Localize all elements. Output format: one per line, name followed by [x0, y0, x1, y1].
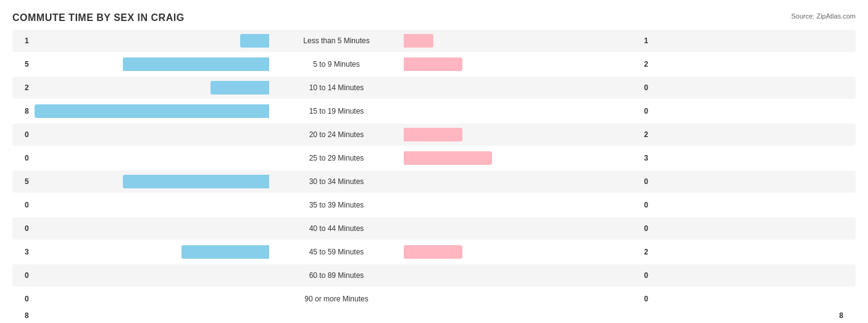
male-bar: [123, 57, 270, 71]
left-section: 5: [12, 170, 272, 193]
female-value: 3: [644, 154, 648, 162]
female-value: 2: [644, 60, 648, 69]
female-bar: [404, 245, 462, 259]
male-bar: [123, 175, 270, 188]
male-value: 3: [25, 248, 29, 256]
male-bar: [240, 34, 270, 48]
left-section: 0: [12, 264, 272, 287]
right-section: 0: [401, 217, 661, 240]
left-section: 0: [12, 194, 272, 216]
male-bar: [182, 245, 270, 259]
male-value: 1: [25, 36, 29, 45]
left-section: 0: [12, 147, 272, 169]
right-section: 0: [401, 170, 661, 193]
male-value: 0: [25, 271, 29, 280]
male-value: 8: [25, 107, 29, 115]
chart-title: COMMUTE TIME BY SEX IN CRAIG: [12, 12, 856, 23]
left-section: 0: [12, 124, 272, 146]
male-value: 0: [25, 224, 29, 233]
axis-labels: 8 8: [12, 311, 856, 320]
right-section: 0: [401, 264, 661, 287]
male-value: 0: [25, 154, 29, 162]
male-value: 0: [25, 201, 29, 209]
female-value: 0: [644, 271, 648, 280]
female-value: 1: [644, 36, 648, 45]
left-section: 1: [12, 30, 272, 52]
female-value: 0: [644, 177, 648, 186]
female-bar: [404, 151, 492, 165]
left-section: 3: [12, 241, 272, 263]
axis-left: 8: [25, 311, 29, 320]
left-section: 8: [12, 100, 272, 122]
row-label: 90 or more Minutes: [272, 295, 401, 303]
chart-row: 8 15 to 19 Minutes 0: [12, 100, 856, 122]
right-section: 0: [401, 100, 661, 122]
chart-row: 2 10 to 14 Minutes 0: [12, 77, 856, 99]
female-bar: [404, 128, 462, 141]
left-section: 5: [12, 53, 272, 75]
male-value: 5: [25, 60, 29, 69]
row-label: 60 to 89 Minutes: [272, 271, 401, 280]
male-value: 0: [25, 130, 29, 139]
right-section: 0: [401, 288, 661, 310]
chart-area: 1 Less than 5 Minutes 1 5 5 to 9 Minutes…: [12, 30, 856, 310]
female-value: 0: [644, 295, 648, 303]
female-bar: [404, 57, 462, 71]
right-section: 3: [401, 147, 661, 169]
right-section: 2: [401, 53, 661, 75]
female-value: 0: [644, 224, 648, 233]
male-value: 0: [25, 295, 29, 303]
chart-row: 0 35 to 39 Minutes 0: [12, 194, 856, 216]
left-section: 0: [12, 217, 272, 240]
female-value: 0: [644, 83, 648, 92]
chart-row: 0 90 or more Minutes 0: [12, 288, 856, 310]
chart-row: 0 25 to 29 Minutes 3: [12, 147, 856, 169]
male-bar: [211, 81, 269, 94]
male-value: 2: [25, 83, 29, 92]
chart-row: 0 20 to 24 Minutes 2: [12, 124, 856, 146]
left-section: 2: [12, 77, 272, 99]
axis-right: 8: [839, 311, 843, 320]
male-bar: [35, 104, 269, 118]
row-label: Less than 5 Minutes: [272, 36, 401, 45]
chart-row: 1 Less than 5 Minutes 1: [12, 30, 856, 52]
row-label: 20 to 24 Minutes: [272, 130, 401, 139]
right-section: 2: [401, 124, 661, 146]
female-bar: [404, 34, 433, 48]
row-label: 25 to 29 Minutes: [272, 154, 401, 162]
left-section: 0: [12, 288, 272, 310]
right-section: 0: [401, 194, 661, 216]
row-label: 10 to 14 Minutes: [272, 83, 401, 92]
male-value: 5: [25, 177, 29, 186]
chart-row: 3 45 to 59 Minutes 2: [12, 241, 856, 263]
female-value: 0: [644, 107, 648, 115]
row-label: 5 to 9 Minutes: [272, 60, 401, 69]
right-section: 0: [401, 77, 661, 99]
female-value: 2: [644, 130, 648, 139]
female-value: 0: [644, 201, 648, 209]
row-label: 15 to 19 Minutes: [272, 107, 401, 115]
chart-container: COMMUTE TIME BY SEX IN CRAIG Source: Zip…: [0, 0, 868, 323]
row-label: 40 to 44 Minutes: [272, 224, 401, 233]
chart-row: 0 40 to 44 Minutes 0: [12, 217, 856, 240]
right-section: 2: [401, 241, 661, 263]
source-label: Source: ZipAtlas.com: [791, 12, 856, 20]
row-label: 30 to 34 Minutes: [272, 177, 401, 186]
chart-row: 5 5 to 9 Minutes 2: [12, 53, 856, 75]
row-label: 45 to 59 Minutes: [272, 248, 401, 256]
female-value: 2: [644, 248, 648, 256]
chart-row: 0 60 to 89 Minutes 0: [12, 264, 856, 287]
row-label: 35 to 39 Minutes: [272, 201, 401, 209]
chart-row: 5 30 to 34 Minutes 0: [12, 170, 856, 193]
right-section: 1: [401, 30, 661, 52]
